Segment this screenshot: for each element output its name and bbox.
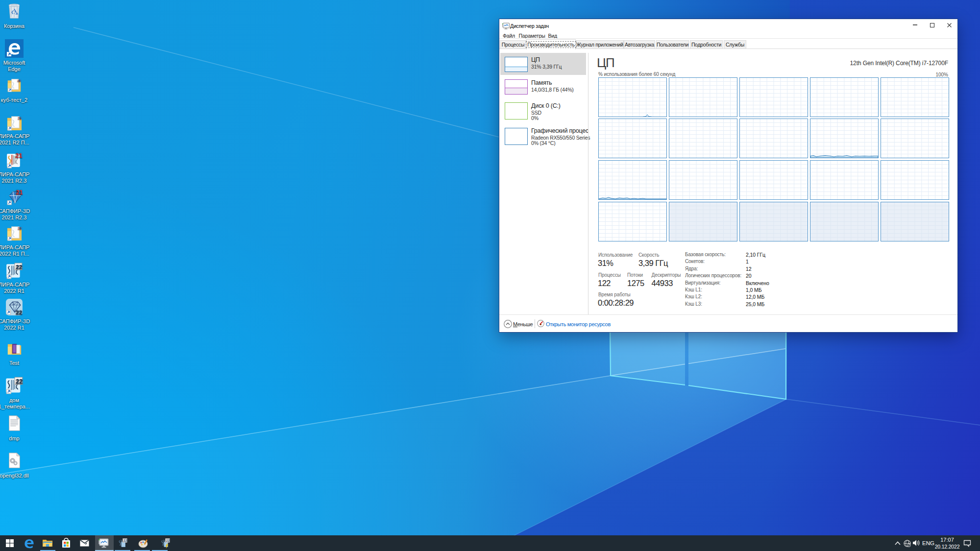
svg-text:21: 21: [16, 189, 23, 196]
svg-text:22: 22: [123, 539, 127, 542]
svg-text:22: 22: [17, 79, 21, 82]
svg-text:22: 22: [16, 378, 23, 385]
svg-text:21: 21: [15, 152, 22, 159]
svg-text:22: 22: [16, 264, 22, 270]
svg-text:21: 21: [18, 117, 22, 120]
svg-text:22: 22: [166, 539, 170, 542]
svg-text:22: 22: [18, 227, 22, 230]
svg-text:22: 22: [16, 309, 22, 315]
